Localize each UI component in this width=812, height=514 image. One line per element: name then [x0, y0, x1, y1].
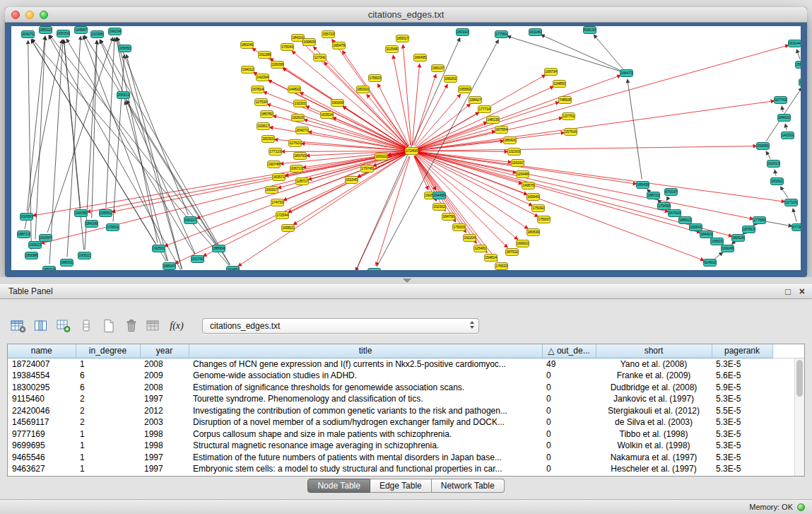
graph-node[interactable]: 1595812 [756, 142, 770, 150]
graph-node[interactable]: 1771231 [269, 148, 282, 156]
graph-node[interactable]: 1575165 [564, 128, 577, 136]
graph-node[interactable]: 1775801 [753, 216, 766, 224]
graph-node[interactable]: 1481352 [486, 116, 500, 124]
cell-year[interactable]: 1997 [140, 452, 189, 464]
cell-pagerank[interactable]: 5.3E-5 [712, 440, 772, 452]
graph-node[interactable]: 1275341 [254, 98, 268, 106]
graph-node[interactable]: 1955827 [458, 86, 471, 93]
show-columns-button[interactable] [33, 317, 49, 335]
scrollbar-thumb[interactable] [796, 360, 803, 397]
graph-node[interactable]: 2067137 [290, 165, 303, 173]
column-header-short[interactable]: short [596, 344, 712, 358]
cell-name[interactable]: 18724007 [8, 358, 76, 370]
graph-node[interactable]: 1837932 [293, 152, 307, 160]
graph-node[interactable]: 1937564 [367, 268, 381, 270]
graph-node[interactable]: 1584276 [469, 96, 482, 104]
graph-node[interactable]: 9191441 [788, 40, 801, 47]
graph-node[interactable]: 1271033 [784, 199, 798, 206]
cell-in_degree[interactable]: 6 [76, 370, 140, 382]
graph-node[interactable]: 1830220 [375, 153, 388, 160]
cell-year[interactable]: 1998 [140, 428, 189, 440]
cell-short[interactable]: Nakamura et al. (1997) [596, 452, 712, 464]
graph-node[interactable]: 1557238 [322, 30, 335, 38]
graph-node[interactable]: 1922045 [463, 234, 476, 242]
graph-node[interactable]: 1523022 [433, 203, 446, 211]
cell-out_degree[interactable]: 0 [542, 440, 596, 452]
graph-node[interactable]: 1805294 [731, 234, 745, 242]
table-row[interactable]: 969969511998Structural magnetic resonanc… [8, 440, 804, 452]
graph-node[interactable]: 1830881 [25, 252, 38, 259]
new-column-button[interactable] [55, 317, 72, 335]
graph-node[interactable]: 1759375 [537, 216, 551, 223]
graph-node[interactable]: 1635242 [320, 111, 334, 119]
divider-handle-icon[interactable] [403, 279, 411, 283]
import-table-button[interactable] [146, 317, 163, 335]
cell-in_degree[interactable]: 2 [76, 416, 140, 428]
cell-title[interactable]: Investigating the contribution of common… [189, 405, 542, 417]
network-canvas[interactable]: 1724067180249319128842260584175541618410… [11, 26, 801, 270]
graph-node[interactable]: 1853122 [39, 26, 52, 34]
cell-title[interactable]: Embryonic stem cells: a model to study s… [189, 463, 542, 475]
graph-node[interactable]: 1626157 [291, 114, 305, 122]
cell-year[interactable]: 2009 [140, 370, 189, 382]
close-panel-icon[interactable]: × [799, 287, 805, 296]
graph-node[interactable]: 1940126 [241, 66, 254, 74]
graph-node[interactable]: 1675549 [495, 126, 508, 134]
graph-node[interactable]: 1611462 [529, 28, 542, 36]
cell-title[interactable]: Disruption of a novel member of a sodium… [189, 416, 542, 428]
graph-node[interactable]: 1750922 [531, 204, 545, 212]
cell-in_degree[interactable]: 1 [76, 452, 140, 464]
table-row[interactable]: 946554611997Estimation of the future num… [8, 452, 804, 464]
cell-pagerank[interactable]: 5.9E-5 [712, 382, 772, 394]
table-row[interactable]: 2242004622012Investigating the contribut… [8, 405, 804, 417]
cell-pagerank[interactable]: 5.3E-5 [712, 393, 772, 405]
table-vertical-scrollbar[interactable] [794, 358, 804, 476]
graph-node[interactable]: 1857821 [260, 110, 273, 118]
cell-name[interactable]: 9777169 [8, 428, 76, 440]
graph-node[interactable]: 1626134 [767, 160, 780, 168]
new-document-button[interactable] [100, 317, 117, 335]
graph-node[interactable]: 1901172 [184, 216, 197, 224]
graph-node[interactable]: 1377516 [562, 112, 575, 120]
graph-node[interactable]: 1797451 [360, 165, 374, 173]
graph-node[interactable]: 1795102 [799, 78, 801, 86]
graph-node[interactable]: 1830175 [396, 35, 409, 42]
table-row[interactable]: 1830029562008Estimation of significance … [8, 382, 804, 394]
graph-node[interactable]: 1415319 [781, 132, 794, 139]
graph-node[interactable]: 2056501 [118, 45, 131, 52]
graph-node[interactable]: 1747336 [271, 199, 284, 206]
graph-node[interactable]: 1321636 [507, 148, 521, 156]
cell-short[interactable]: Yano et al. (2008) [596, 358, 712, 370]
graph-node[interactable]: 1905135 [28, 241, 42, 249]
graph-node[interactable]: 1887224 [647, 192, 660, 199]
graph-node[interactable]: 1420944 [256, 74, 269, 81]
graph-node[interactable]: 1864161 [503, 136, 517, 144]
cell-name[interactable]: 22420046 [8, 405, 76, 417]
graph-node[interactable]: 1584205 [795, 61, 801, 69]
graph-node[interactable]: 1750034 [452, 223, 466, 231]
cell-year[interactable]: 2008 [140, 358, 189, 370]
cell-in_degree[interactable]: 2 [76, 393, 140, 405]
cell-name[interactable]: 9463627 [8, 463, 76, 475]
graph-node[interactable]: 1846201 [777, 114, 791, 122]
graph-node[interactable]: 1805397 [526, 228, 540, 236]
graph-node[interactable]: 1125481 [385, 45, 399, 53]
graph-node[interactable]: 1875324 [505, 248, 519, 256]
graph-node[interactable]: 1662615 [444, 75, 457, 83]
cell-year[interactable]: 1997 [140, 463, 189, 475]
graph-node[interactable]: 1161627 [511, 159, 524, 167]
column-header-title[interactable]: title [189, 344, 542, 358]
graph-node[interactable]: 1889545 [212, 245, 225, 252]
table-row[interactable]: 977716911998Corpus callosum shape and si… [8, 428, 804, 440]
cell-in_degree[interactable]: 1 [76, 428, 140, 440]
graph-node[interactable]: 1448223 [288, 86, 301, 93]
graph-node[interactable]: 2053133 [117, 91, 130, 99]
graph-hub-node[interactable]: 1724067 [405, 147, 418, 155]
graph-node[interactable]: 2003171 [265, 186, 278, 194]
split-pane-divider[interactable] [0, 277, 812, 284]
graph-node[interactable]: 9277432 [774, 96, 787, 104]
cell-pagerank[interactable]: 5.6E-5 [712, 370, 772, 382]
graph-node[interactable]: 2103954 [90, 30, 104, 38]
cell-pagerank[interactable]: 5.3E-5 [712, 416, 772, 428]
window-titlebar[interactable]: citations_edges.txt [5, 7, 807, 23]
